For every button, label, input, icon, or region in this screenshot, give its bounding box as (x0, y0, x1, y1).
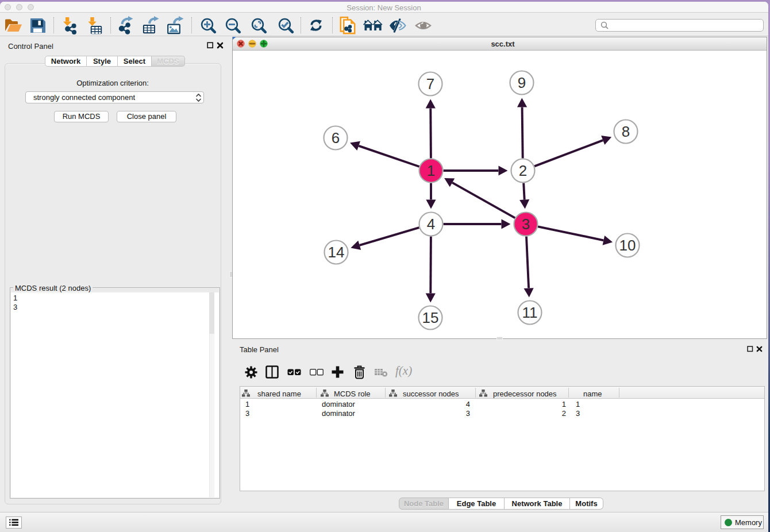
svg-text:2: 2 (519, 162, 527, 179)
svg-text:6: 6 (332, 129, 340, 147)
svg-text:9: 9 (518, 74, 526, 91)
svg-text:15: 15 (422, 309, 439, 326)
svg-text:1: 1 (427, 162, 435, 179)
svg-text:4: 4 (427, 215, 435, 233)
svg-text:14: 14 (328, 244, 345, 261)
svg-text:3: 3 (522, 215, 530, 233)
svg-text:10: 10 (619, 237, 636, 254)
svg-text:8: 8 (622, 123, 630, 140)
svg-text:7: 7 (426, 75, 434, 92)
svg-text:11: 11 (522, 304, 538, 321)
